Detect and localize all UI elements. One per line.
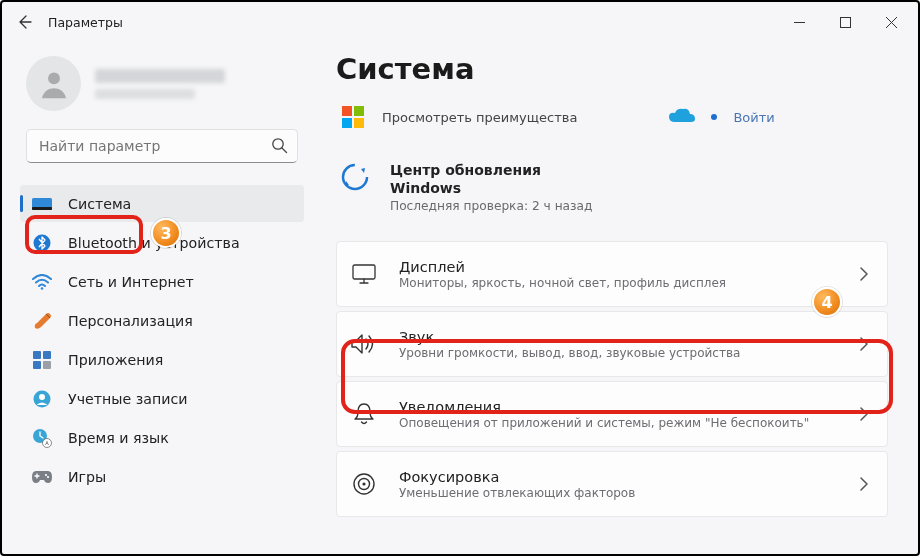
svg-point-6 — [41, 287, 44, 290]
svg-point-17 — [47, 475, 49, 477]
card-title: Уведомления — [399, 399, 859, 415]
update-subtitle: Последняя проверка: 2 ч назад — [390, 199, 592, 213]
nav-item-personalization[interactable]: Персонализация — [20, 302, 304, 339]
nav-label: Игры — [68, 469, 106, 485]
chevron-right-icon — [859, 267, 869, 281]
nav-label: Учетные записи — [68, 391, 188, 407]
svg-point-1 — [48, 72, 60, 84]
maximize-icon — [840, 17, 851, 28]
user-email-redacted — [95, 89, 195, 99]
card-subtitle: Уменьшение отвлекающих факторов — [399, 486, 859, 500]
nav-item-apps[interactable]: Приложения — [20, 341, 304, 378]
user-block[interactable] — [26, 56, 298, 111]
nav-label: Система — [68, 196, 131, 212]
onedrive-icon — [669, 108, 695, 126]
nav-item-accounts[interactable]: Учетные записи — [20, 380, 304, 417]
bell-icon — [351, 401, 377, 427]
close-button[interactable] — [868, 6, 914, 38]
arrow-left-icon — [16, 14, 32, 30]
svg-rect-8 — [43, 351, 51, 359]
nav-item-time-language[interactable]: A Время и язык — [20, 419, 304, 456]
svg-rect-19 — [354, 106, 364, 116]
close-icon — [886, 17, 897, 28]
sound-icon — [351, 331, 377, 357]
nav-item-gaming[interactable]: Игры — [20, 458, 304, 495]
nav-item-network[interactable]: Сеть и Интернет — [20, 263, 304, 300]
titlebar: Параметры — [2, 2, 918, 42]
card-focus[interactable]: Фокусировка Уменьшение отвлекающих факто… — [336, 451, 888, 517]
nav-item-system[interactable]: Система — [20, 185, 304, 222]
nav-label: Сеть и Интернет — [68, 274, 194, 290]
page-title: Система — [336, 52, 888, 86]
gamepad-icon — [32, 467, 52, 487]
chevron-right-icon — [859, 477, 869, 491]
apps-icon — [32, 350, 52, 370]
svg-rect-7 — [33, 351, 41, 359]
nav-label: Приложения — [68, 352, 163, 368]
card-title: Дисплей — [399, 259, 859, 275]
update-icon — [340, 162, 370, 192]
update-title-line1: Центр обновления — [390, 162, 592, 180]
svg-rect-0 — [840, 17, 850, 27]
card-subtitle: Оповещения от приложений и системы, режи… — [399, 416, 859, 430]
card-notifications[interactable]: Уведомления Оповещения от приложений и с… — [336, 381, 888, 447]
card-title: Фокусировка — [399, 469, 859, 485]
search-icon — [271, 137, 288, 154]
login-link[interactable]: Войти — [733, 110, 774, 125]
update-title-line2: Windows — [390, 180, 592, 198]
svg-rect-9 — [33, 361, 41, 369]
system-icon — [32, 194, 52, 214]
svg-rect-21 — [354, 118, 364, 128]
card-display[interactable]: Дисплей Мониторы, яркость, ночной свет, … — [336, 241, 888, 307]
svg-rect-20 — [342, 118, 352, 128]
svg-text:A: A — [45, 440, 49, 446]
card-sound[interactable]: Звук Уровни громкости, вывод, ввод, звук… — [336, 311, 888, 377]
display-icon — [351, 261, 377, 287]
promo-row: Просмотреть преимущества Войти — [336, 104, 888, 130]
card-subtitle: Мониторы, яркость, ночной свет, профиль … — [399, 276, 859, 290]
microsoft365-icon — [340, 104, 366, 130]
brush-icon — [32, 311, 52, 331]
search-input[interactable] — [26, 129, 298, 163]
minimize-icon — [794, 17, 805, 28]
chevron-right-icon — [859, 407, 869, 421]
nav-label: Персонализация — [68, 313, 193, 329]
svg-rect-23 — [353, 265, 375, 279]
search-box[interactable] — [26, 129, 298, 163]
annotation-badge-3: 3 — [151, 218, 181, 248]
svg-point-12 — [39, 394, 45, 400]
focus-icon — [351, 471, 377, 497]
svg-rect-10 — [43, 361, 51, 369]
account-icon — [32, 389, 52, 409]
annotation-badge-4: 4 — [812, 287, 842, 317]
svg-rect-4 — [32, 207, 52, 210]
card-title: Звук — [399, 329, 859, 345]
wifi-icon — [32, 272, 52, 292]
avatar — [26, 56, 81, 111]
maximize-button[interactable] — [822, 6, 868, 38]
svg-point-26 — [362, 482, 365, 485]
sidebar: Система Bluetooth и устройства Сеть и Ин… — [2, 42, 312, 554]
settings-window: Параметры — [0, 0, 920, 556]
nav-label: Время и язык — [68, 430, 169, 446]
svg-point-16 — [45, 473, 47, 475]
status-dot-icon — [711, 114, 717, 120]
promo-text[interactable]: Просмотреть преимущества — [382, 110, 577, 125]
windows-update-block[interactable]: Центр обновления Windows Последняя прове… — [336, 162, 888, 213]
bluetooth-icon — [32, 233, 52, 253]
minimize-button[interactable] — [776, 6, 822, 38]
svg-rect-18 — [342, 106, 352, 116]
user-name-redacted — [95, 69, 225, 83]
chevron-right-icon — [859, 337, 869, 351]
window-title: Параметры — [42, 15, 123, 30]
clock-globe-icon: A — [32, 428, 52, 448]
back-button[interactable] — [6, 4, 42, 40]
card-subtitle: Уровни громкости, вывод, ввод, звуковые … — [399, 346, 859, 360]
